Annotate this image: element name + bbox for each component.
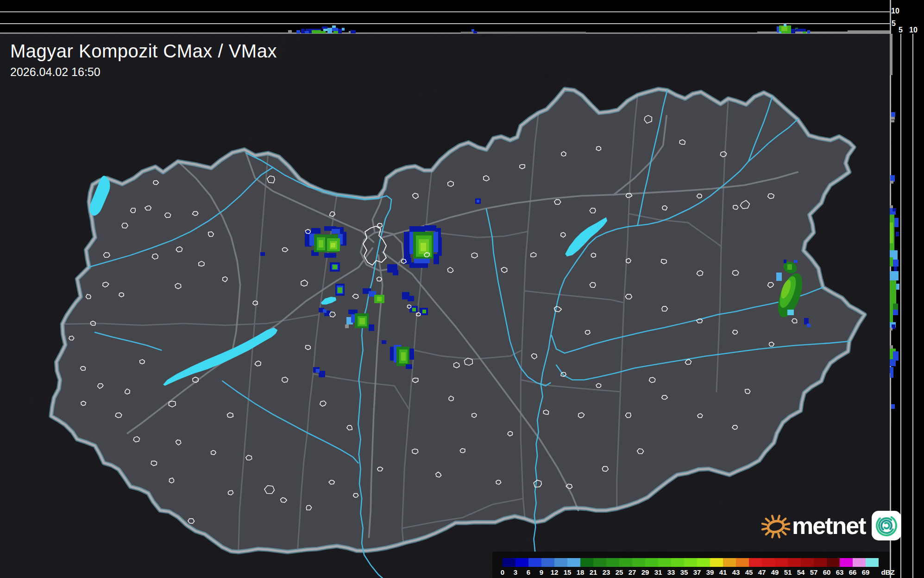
top-vertical-profile [0,0,890,34]
colorbar-tick: 57 [810,568,818,576]
colorbar-tick: 0 [501,568,504,576]
right-ground-profile [890,34,893,75]
dbz-colorbar: 0369121518212325272931333537394143454749… [492,552,890,578]
right-axis-label-5: 5 [899,26,903,34]
logo-text: metnet [792,512,865,540]
colorbar-tick: 47 [758,568,766,576]
colorbar-tick: 29 [641,568,649,576]
colorbar-tick: 9 [540,568,543,576]
colorbar-tick: 45 [745,568,753,576]
colorbar-tick: 25 [616,568,623,576]
colorbar-tick: 18 [577,568,585,576]
colorbar-tick: 31 [654,568,662,576]
colorbar-tick: 33 [667,568,675,576]
colorbar-tick: 69 [862,568,870,576]
radar-composite-page: Magyar Kompozit CMax / VMax 2026.04.02 1… [0,0,924,578]
colorbar-tick: 37 [693,568,701,576]
spiral-icon [874,514,899,538]
colorbar-tick: 35 [680,568,688,576]
colorbar-tick: 43 [732,568,740,576]
colorbar-tick: 51 [784,568,792,576]
colorbar-tick: 23 [603,568,610,576]
colorbar-tick: 27 [629,568,636,576]
top-axis-label-10: 10 [891,7,899,15]
colorbar-tick: 54 [797,568,805,576]
timestamp: 2026.04.02 16:50 [10,65,277,79]
top-axis-label-5: 5 [892,20,896,27]
page-title: Magyar Kompozit CMax / VMax [10,41,277,62]
colorbar-tick: 21 [590,568,597,576]
colorbar-tick: 3 [514,568,517,576]
sun-icon [761,509,791,542]
colorbar-tick: 39 [706,568,714,576]
title-block: Magyar Kompozit CMax / VMax 2026.04.02 1… [10,41,277,79]
colorbar-tick: 15 [564,568,572,576]
colorbar-tick: 60 [823,568,831,576]
radar-map [0,0,924,578]
colorbar-tick: 49 [771,568,779,576]
right-vertical-profile [890,0,924,578]
metnet-logo: metnet [761,509,901,542]
right-axis-label-10: 10 [909,26,918,34]
colorbar-tick: 41 [719,568,727,576]
colorbar-unit: dBZ [881,568,894,576]
profile-axis-corner: 10 5 5 10 [890,0,924,34]
colorbar-tick: 12 [551,568,559,576]
colorbar-tick: 66 [849,568,857,576]
metnet-app-badge [872,511,901,540]
colorbar-labels: 0369121518212325272931333537394143454749… [492,552,890,578]
colorbar-tick: 6 [527,568,530,576]
colorbar-tick: 63 [836,568,844,576]
